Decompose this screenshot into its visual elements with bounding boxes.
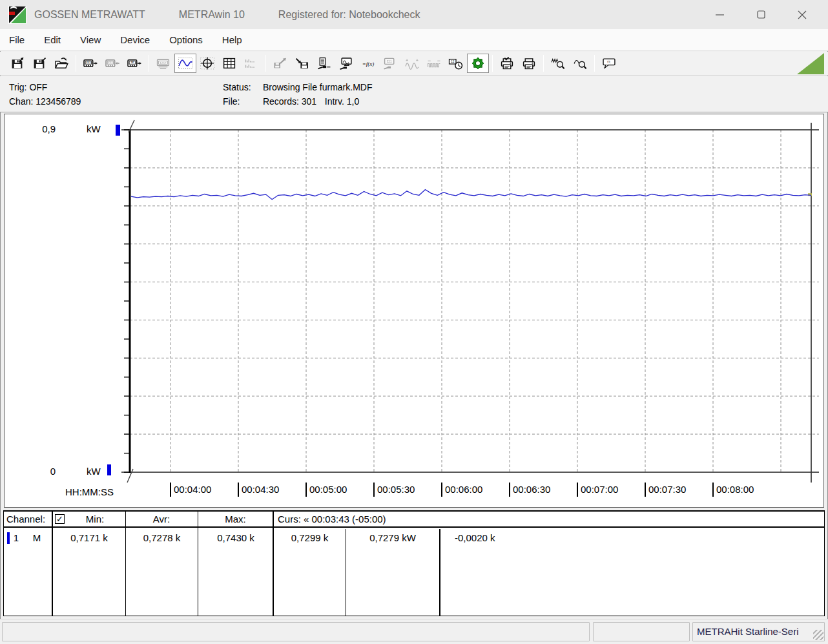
svg-text:1257: 1257 [160,61,167,64]
metrawin-window: GOSSEN METRAWATT METRAwin 10 Registered … [0,0,828,644]
zoom-amplitude-icon [572,57,588,70]
title-bar: GOSSEN METRAWATT METRAwin 10 Registered … [0,0,828,29]
table-view-icon [222,57,237,70]
title-registered-for: Registered for: Notebookcheck [278,9,420,21]
svg-text:M: M [131,61,134,64]
y-axis-unit-top: kW [87,123,101,134]
menu-options[interactable]: Options [165,32,207,48]
toolbar-separator [76,55,76,72]
tooltip-button[interactable]: !?. [598,54,620,73]
menu-bar: FileEditViewDeviceOptionsHelp [0,29,828,51]
channel-range-marker-top [116,125,120,136]
open-file-icon [54,57,69,70]
svg-text:321: 321 [387,59,392,63]
maximize-button[interactable] [740,0,781,29]
trig-value: OFF [29,82,47,92]
x-axis-format-label: HH:MM:SS [65,486,114,497]
channel-settings-button[interactable] [313,54,335,73]
x-tick-00:06:30: 00:06:30 [509,483,550,499]
save-file-button[interactable] [6,54,28,73]
y-axis-max-label: 0,9 [31,123,56,134]
chart-panel[interactable]: 0,9 kW 0 kW HH:MM:SS 00:04:0000:04:3000:… [4,114,824,508]
trend-plot[interactable] [5,114,823,504]
menu-view[interactable]: View [76,32,105,48]
options-gear-icon [470,57,486,70]
menu-edit[interactable]: Edit [40,32,65,48]
cell-cursor-left: 0,7299 k [274,530,346,546]
resize-grip[interactable] [813,630,823,640]
acquisition-info-panel: Trig: OFF Chan: 123456789 Status: Browsi… [0,76,828,112]
col-header-channel: Channel: [6,512,45,526]
close-button[interactable] [781,0,823,29]
col-header-avr: Avr: [125,512,198,526]
save-file-icon [10,57,25,70]
pulse-output-icon [426,57,442,70]
analog-output-icon [404,57,420,70]
zoom-time-button[interactable] [547,54,569,73]
read-device-icon: 321 [83,57,98,70]
pulse-output-button [423,54,445,73]
read-memory-icon: M [127,57,142,70]
curve-view-button[interactable] [174,54,196,73]
x-tick-00:07:30: 00:07:30 [645,483,686,499]
tooltip-icon: !?. [601,57,617,70]
time-settings-icon: 12 [448,57,464,70]
menu-help[interactable]: Help [218,32,246,48]
table-view-button[interactable] [218,54,240,73]
file-label: File: [223,94,260,109]
svg-text:!?.: !?. [607,60,612,64]
menu-device[interactable]: Device [116,32,154,48]
x-tick-00:05:30: 00:05:30 [373,483,415,499]
formula-button[interactable]: =f(x) [357,54,379,73]
toolbar-separator [594,55,595,72]
print-preview-button[interactable] [496,54,518,73]
save-as-icon [32,57,47,70]
curve-view-icon [178,57,193,70]
statusbar-device-panel: METRAHit Starline-Seri [692,622,825,641]
cell-max: 0,7430 k [199,530,273,546]
menu-file[interactable]: File [5,32,28,48]
write-device-button: 321 [101,54,123,73]
device-settings-button: 321 [379,54,401,73]
cell-avr: 0,7278 k [126,530,198,546]
toolbar-separator [543,55,544,72]
cell-cursor-delta: -0,0020 k [455,530,526,546]
store-to-disk-button[interactable] [291,54,313,73]
channel-color-marker [7,532,10,544]
cell-min: 0,7171 k [53,530,125,546]
zoom-amplitude-button[interactable] [569,54,591,73]
cell-cursor-right: 0,7279 kW [346,530,439,546]
time-settings-button[interactable]: 12 [445,54,467,73]
table-header-row: Channel: ✓ Min: Avr: Max: Curs: « 00:03:… [4,512,824,528]
cursor-crosshair-icon [200,57,215,70]
write-device-icon: 321 [105,57,120,70]
minimize-button[interactable] [699,0,740,29]
status-value: Browsing File furmark.MDF [263,82,373,92]
cursor-crosshair-button[interactable] [196,54,218,73]
read-device-button[interactable]: 321 [79,54,101,73]
cell-channel-number[interactable]: 1 [12,530,21,546]
x-tick-00:08:00: 00:08:00 [712,483,754,499]
formula-icon: =f(x) [360,57,376,70]
toolbar-separator [265,55,266,72]
device-settings-icon: 321 [382,57,398,70]
options-gear-button[interactable] [467,54,489,73]
toolbar-separator [492,55,493,72]
display-settings-button[interactable] [335,54,357,73]
open-file-button[interactable] [50,54,72,73]
multimeter-display-icon: 1257 [156,57,171,70]
svg-text:=f(x): =f(x) [362,60,374,67]
x-tick-00:05:00: 00:05:00 [305,483,347,499]
statistics-view-icon [243,57,259,70]
read-memory-button[interactable]: M [123,54,145,73]
channel-visible-checkbox[interactable]: ✓ [55,514,65,524]
status-label: Status: [223,80,260,94]
file-records: Records: 301 [263,94,322,109]
toolbar: 321321M1257=f(x)32112!?. [0,52,828,76]
chan-label: Chan: [9,96,33,107]
status-bar: METRAHit Starline-Seri [0,619,828,644]
trig-label: Trig: [9,82,26,92]
print-button[interactable] [518,54,540,73]
x-tick-00:06:00: 00:06:00 [441,483,482,499]
save-as-button[interactable] [28,54,50,73]
